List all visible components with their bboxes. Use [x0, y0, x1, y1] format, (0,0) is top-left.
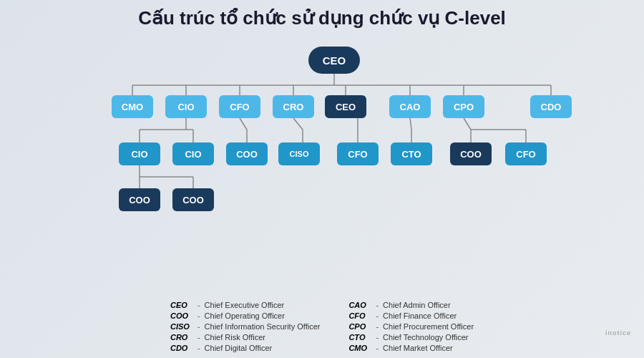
- node-coo3: COO: [119, 188, 160, 211]
- page: Cấu trúc tổ chức sử dụng chức vụ C-level: [0, 0, 644, 358]
- node-cfo3: CFO: [505, 142, 547, 165]
- node-cfo1: CFO: [219, 95, 260, 118]
- page-title: Cấu trúc tổ chức sử dụng chức vụ C-level: [138, 7, 506, 29]
- node-ceo-top: CEO: [308, 47, 360, 74]
- node-ceo2: CEO: [325, 95, 366, 118]
- legend-item-cao: CAO - Chief Admin Officer: [348, 301, 474, 309]
- legend-right: CAO - Chief Admin Officer CFO - Chief Fi…: [348, 301, 474, 352]
- node-coo1: COO: [226, 142, 268, 165]
- legend-item-ciso: CISO - Chief Information Security Office…: [170, 322, 320, 331]
- node-cpo: CPO: [443, 95, 484, 118]
- svg-line-16: [293, 118, 303, 130]
- node-cio2: CIO: [119, 142, 160, 165]
- node-cdo: CDO: [530, 95, 572, 118]
- legend-left: CEO - Chief Executive Officer COO - Chie…: [170, 301, 320, 352]
- legend-item-cmo: CMO - Chief Market Officer: [348, 344, 474, 352]
- node-cfo2: CFO: [337, 142, 379, 165]
- svg-line-14: [240, 118, 247, 130]
- node-ciso: CISO: [278, 142, 320, 165]
- node-cio3: CIO: [172, 142, 214, 165]
- node-cao: CAO: [389, 95, 431, 118]
- watermark: inotice: [605, 329, 631, 337]
- legend: CEO - Chief Executive Officer COO - Chie…: [14, 301, 630, 352]
- legend-item-cto: CTO - Chief Technology Officer: [348, 333, 474, 342]
- node-coo2: COO: [450, 142, 492, 165]
- svg-line-20: [410, 118, 411, 130]
- legend-item-ceo: CEO - Chief Executive Officer: [170, 301, 320, 309]
- node-cmo: CMO: [112, 95, 153, 118]
- node-coo4: COO: [172, 188, 214, 211]
- legend-item-cdo: CDO - Chief Digital Officer: [170, 344, 320, 352]
- node-cro: CRO: [273, 95, 314, 118]
- node-cto: CTO: [391, 142, 432, 165]
- legend-item-cpo: CPO - Chief Procurement Officer: [348, 322, 474, 331]
- legend-item-cro: CRO - Chief Risk Officer: [170, 333, 320, 342]
- legend-item-coo: COO - Chief Operating Officer: [170, 311, 320, 320]
- svg-line-22: [464, 118, 471, 130]
- connector-lines: [14, 37, 630, 298]
- legend-item-cfo: CFO - Chief Finance Officer: [348, 311, 474, 320]
- node-cio1: CIO: [165, 95, 207, 118]
- org-chart: CEO CMO CIO CFO CRO CEO CAO CPO CDO CIO: [14, 37, 630, 298]
